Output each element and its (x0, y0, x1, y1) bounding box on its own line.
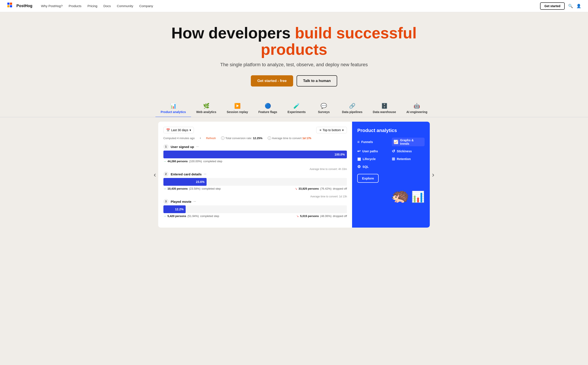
search-icon[interactable]: 🔍 (568, 4, 573, 8)
step-2-dropped-pct: (76.42%) (320, 187, 332, 190)
tab-session-replay[interactable]: ▶️ Session replay (221, 101, 253, 117)
step-2-dots: ··· (204, 172, 206, 176)
product-tabs: 📊 Product analytics 🌿 Web analytics ▶️ S… (0, 95, 588, 117)
step-2-name: Entered card details (171, 172, 202, 176)
sort-label: Top to bottom (323, 128, 341, 132)
hero-title-black: How developers (171, 24, 295, 42)
tab-surveys-label: Surveys (318, 110, 330, 114)
tab-data-warehouse[interactable]: 🗄️ Data warehouse (368, 101, 401, 117)
chevron-down-icon: ▾ (190, 128, 191, 132)
tab-experiments[interactable]: 🧪 Experiments (282, 101, 311, 117)
tab-ai-engineering[interactable]: 🤖 AI engineering (401, 101, 432, 117)
logo[interactable]: PostHog (7, 2, 32, 10)
logo-text: PostHog (16, 4, 32, 8)
get-started-free-button[interactable]: Get started - free (251, 75, 293, 86)
tab-data-warehouse-label: Data warehouse (373, 110, 396, 114)
tab-web-analytics[interactable]: 🌿 Web analytics (191, 101, 221, 117)
step-1-arrow-icon: → (163, 160, 166, 163)
step-3-header: 3 Played movie ··· (163, 199, 347, 204)
tab-product-analytics[interactable]: 📊 Product analytics (156, 101, 191, 117)
funnel-toolbar: 📅 Last 30 days ▾ ≡ Top to bottom ▾ (163, 127, 347, 133)
graphs-trends-icon: 📈 (394, 140, 398, 144)
step-3-bar-fill: 12.2% (163, 205, 186, 213)
date-picker[interactable]: 📅 Last 30 days ▾ (163, 127, 194, 133)
tab-data-pipelines[interactable]: 🔗 Data pipelines (337, 101, 368, 117)
user-paths-label: User paths (362, 149, 378, 153)
step-2-bar-label: 23.6% (196, 180, 205, 183)
tab-feature-flags-label: Feature flags (258, 110, 277, 114)
step-1-name: User signed up (171, 145, 194, 149)
step-3-bar-label: 12.2% (175, 208, 184, 211)
hero-buttons: Get started - free Talk to a human (4, 75, 584, 86)
nav-link-company[interactable]: Company (139, 4, 153, 8)
feature-lifecycle[interactable]: ▦ Lifecycle (357, 156, 390, 162)
feature-graphs-trends[interactable]: 📈 Graphs & trends (392, 138, 425, 146)
carousel-prev-button[interactable]: ‹ (152, 168, 158, 181)
nav-link-why[interactable]: Why PostHog? (41, 4, 63, 8)
tab-surveys[interactable]: 💬 Surveys (311, 101, 337, 117)
feature-sql[interactable]: ⚙ SQL (357, 164, 390, 169)
tab-feature-flags[interactable]: 🔵 Feature flags (253, 101, 282, 117)
nav-link-products[interactable]: Products (69, 4, 81, 8)
funnel-step-2: Average time to convert: 4h 33m 2 Entere… (163, 168, 347, 190)
conversion-label: Total conversion rate: (225, 137, 252, 140)
feature-retention[interactable]: ⊞ Retention (392, 156, 425, 162)
tab-experiments-label: Experiments (288, 110, 306, 114)
step-2-avg-time: Average time to convert: 4h 33m (163, 168, 347, 171)
step-3-name: Played movie (171, 200, 191, 204)
nav-cta-button[interactable]: Get started (540, 2, 565, 10)
tab-product-analytics-icon: 📊 (170, 103, 177, 109)
step-2-number: 2 (163, 171, 169, 177)
navigation: PostHog Why PostHog? Products Pricing Do… (0, 0, 588, 12)
step-1-completed-pct: (100.00%) (189, 160, 202, 163)
tab-data-pipelines-label: Data pipelines (342, 110, 362, 114)
nav-link-docs[interactable]: Docs (103, 4, 111, 8)
step-3-bar: 12.2% (163, 205, 347, 213)
demo-carousel: ‹ 📅 Last 30 days ▾ ≡ Top to bottom ▾ (147, 117, 441, 228)
funnel-step-1: 1 User signed up ··· 100.0% → 44,260 per… (163, 144, 347, 163)
feature-grid: ≡ Funnels 📈 Graphs & trends ↩ User paths… (357, 138, 425, 169)
refresh-link[interactable]: Refresh (206, 137, 216, 140)
explore-button[interactable]: Explore (357, 174, 379, 183)
nav-link-community[interactable]: Community (117, 4, 133, 8)
tab-web-analytics-icon: 🌿 (203, 103, 210, 109)
conversion-rate-metric: i Total conversion rate: 12.25% (221, 136, 262, 140)
right-panel-title: Product analytics (357, 128, 425, 133)
computed-text: Computed 4 minutes ago (163, 137, 195, 140)
step-3-arrow-icon: → (163, 214, 166, 218)
svg-rect-3 (10, 5, 12, 7)
avg-time-label: Average time to convert (272, 137, 302, 140)
feature-stickiness[interactable]: ↺ Stickiness (392, 148, 425, 154)
step-1-bar-label: 100.0% (335, 153, 345, 156)
retention-icon: ⊞ (392, 157, 395, 161)
hero-section: How developers build successful products… (0, 12, 588, 95)
funnels-icon: ≡ (357, 140, 360, 144)
user-paths-icon: ↩ (357, 149, 361, 154)
step-1-number: 1 (163, 144, 169, 149)
funnel-step-3: Average time to convert: 1d 13h 3 Played… (163, 195, 347, 218)
conversion-info-icon[interactable]: i (221, 136, 225, 140)
feature-funnels[interactable]: ≡ Funnels (357, 138, 390, 146)
demo-content: 📅 Last 30 days ▾ ≡ Top to bottom ▾ Compu… (158, 122, 430, 228)
avg-time-info-icon[interactable]: i (268, 136, 271, 140)
step-3-completed-pct: (51.94%) (187, 214, 199, 218)
step-1-completed-label: completed step (203, 160, 222, 163)
nav-link-pricing[interactable]: Pricing (87, 4, 97, 8)
step-2-completed-pct: (23.58%) (189, 187, 200, 190)
tab-experiments-icon: 🧪 (293, 103, 300, 109)
step-2-meta: → 10,435 persons (23.58%) completed step… (163, 187, 347, 190)
svg-rect-0 (7, 3, 9, 5)
step-1-completed-persons: 44,260 persons (168, 160, 188, 163)
step-2-dropped-persons: 33,825 persons (298, 187, 319, 190)
feature-user-paths[interactable]: ↩ User paths (357, 148, 390, 154)
tab-feature-flags-icon: 🔵 (265, 103, 271, 109)
sort-button[interactable]: ≡ Top to bottom ▾ (316, 127, 347, 133)
user-icon[interactable]: 👤 (576, 4, 581, 8)
calendar-icon: 📅 (166, 128, 170, 132)
talk-to-human-button[interactable]: Talk to a human (297, 75, 337, 86)
nav-actions: Get started 🔍 👤 (540, 2, 581, 10)
step-2-bar-fill: 23.6% (163, 178, 207, 186)
sql-label: SQL (362, 165, 369, 168)
funnel-meta: Computed 4 minutes ago • Refresh i Total… (163, 136, 347, 140)
carousel-next-button[interactable]: › (430, 168, 436, 181)
